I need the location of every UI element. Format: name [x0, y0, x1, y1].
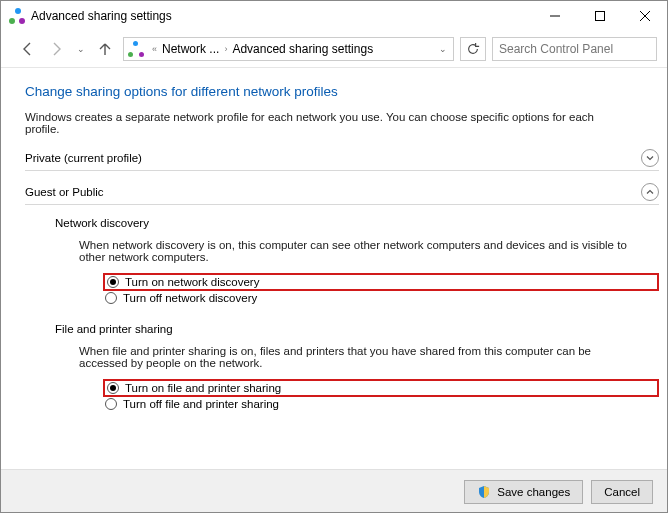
location-icon	[128, 41, 144, 57]
svg-rect-0	[595, 12, 604, 21]
cancel-label: Cancel	[604, 486, 640, 498]
section-private-label: Private (current profile)	[25, 152, 142, 164]
maximize-button[interactable]	[577, 1, 622, 31]
address-bar[interactable]: « Network ... › Advanced sharing setting…	[123, 37, 454, 61]
chevron-up-icon[interactable]	[641, 183, 659, 201]
radio-file-printer-off[interactable]: Turn off file and printer sharing	[103, 397, 659, 411]
back-button[interactable]	[15, 37, 39, 61]
radio-file-printer-on[interactable]: Turn on file and printer sharing	[103, 379, 659, 397]
radio-label: Turn off network discovery	[123, 292, 257, 304]
radio-network-discovery-on[interactable]: Turn on network discovery	[103, 273, 659, 291]
page-heading: Change sharing options for different net…	[25, 84, 659, 99]
network-discovery-heading: Network discovery	[55, 217, 659, 229]
window-title: Advanced sharing settings	[31, 9, 532, 23]
radio-label: Turn off file and printer sharing	[123, 398, 279, 410]
forward-button[interactable]	[45, 37, 69, 61]
chevron-left-icon: «	[148, 44, 161, 54]
shield-icon	[477, 485, 491, 499]
cancel-button[interactable]: Cancel	[591, 480, 653, 504]
search-input[interactable]: Search Control Panel	[492, 37, 657, 61]
chevron-right-icon: ›	[220, 44, 231, 54]
chevron-down-icon[interactable]	[641, 149, 659, 167]
file-printer-heading: File and printer sharing	[55, 323, 659, 335]
refresh-button[interactable]	[460, 37, 486, 61]
breadcrumb-advanced-sharing[interactable]: Advanced sharing settings	[231, 42, 374, 56]
radio-icon	[105, 292, 117, 304]
radio-icon	[107, 276, 119, 288]
radio-network-discovery-off[interactable]: Turn off network discovery	[103, 291, 659, 305]
network-discovery-desc: When network discovery is on, this compu…	[79, 239, 639, 263]
radio-icon	[105, 398, 117, 410]
page-intro: Windows creates a separate network profi…	[25, 111, 615, 135]
up-button[interactable]	[93, 37, 117, 61]
address-dropdown-icon[interactable]: ⌄	[439, 44, 447, 54]
save-changes-button[interactable]: Save changes	[464, 480, 583, 504]
section-guest-public[interactable]: Guest or Public	[25, 183, 659, 205]
radio-label: Turn on network discovery	[125, 276, 259, 288]
content-area: Change sharing options for different net…	[1, 67, 667, 469]
footer: Save changes Cancel	[1, 469, 667, 513]
minimize-button[interactable]	[532, 1, 577, 31]
control-panel-icon	[9, 8, 25, 24]
close-button[interactable]	[622, 1, 667, 31]
section-guest-label: Guest or Public	[25, 186, 104, 198]
file-printer-desc: When file and printer sharing is on, fil…	[79, 345, 639, 369]
navbar: ⌄ « Network ... › Advanced sharing setti…	[1, 31, 667, 67]
radio-icon	[107, 382, 119, 394]
radio-label: Turn on file and printer sharing	[125, 382, 281, 394]
breadcrumb-network[interactable]: Network ...	[161, 42, 220, 56]
search-placeholder: Search Control Panel	[499, 42, 613, 56]
recent-dropdown-icon[interactable]: ⌄	[77, 44, 85, 54]
save-label: Save changes	[497, 486, 570, 498]
titlebar: Advanced sharing settings	[1, 1, 667, 31]
section-private[interactable]: Private (current profile)	[25, 149, 659, 171]
